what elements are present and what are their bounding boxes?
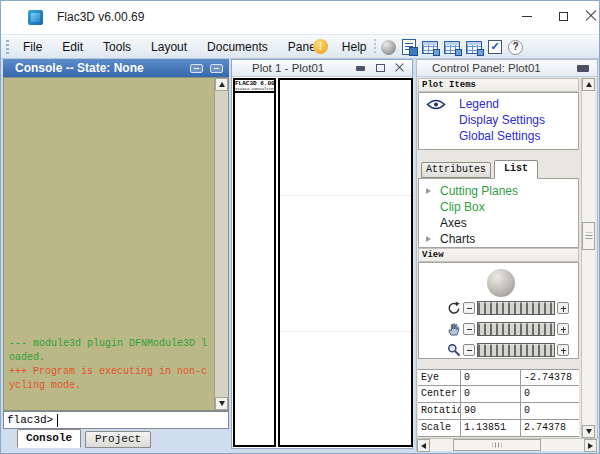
eye-icon[interactable] [426,99,446,110]
plot-legend[interactable]: FLAC3D 6.00 Itasca Consulting Group, Inc… [233,78,276,447]
plot-title: Plot 1 - Plot01 [252,62,324,74]
console-title: Console -- State: None [15,61,144,75]
pan-decrease-button[interactable] [463,323,475,335]
menu-bar: File Edit Tools Layout Documents Panes H… [1,34,599,59]
tab-project[interactable]: Project [85,431,151,448]
scroll-left-button[interactable] [417,439,430,452]
zoom-increase-button[interactable] [557,344,569,356]
console-output[interactable]: --- module3d plugin DFNModule3D l oaded.… [3,77,229,411]
menu-help[interactable]: Help [332,37,377,57]
grid-overlay-icon [455,49,462,56]
maximize-button[interactable] [545,1,581,31]
plot-maximize-button[interactable] [374,63,386,73]
menu-edit[interactable]: Edit [52,37,93,57]
legend-subtitle: Itasca Consulting Group, Inc. [235,87,274,92]
console-input[interactable]: flac3d> [3,411,229,429]
pan-hand-icon[interactable] [447,322,461,336]
arrow-down-icon [219,401,225,406]
plot-item-legend[interactable]: Legend [459,97,499,111]
console-minimize-button[interactable] [190,64,203,73]
plot-close-button[interactable] [394,63,406,73]
menu-tools[interactable]: Tools [93,37,141,57]
scrollbar-thumb[interactable] [582,222,595,250]
scrollbar-thumb[interactable] [453,439,541,451]
tab-console[interactable]: Console [17,429,81,448]
title-bar: Flac3D v6.00.69 [1,1,599,34]
control-panel: Control Panel: Plot01 Plot Items Legend … [416,59,598,451]
pan-slider[interactable] [477,322,555,336]
rotate-icon[interactable] [447,301,461,315]
toolbar-grip[interactable] [6,40,9,54]
control-panel-header[interactable]: Control Panel: Plot01 [417,60,597,77]
console-panel-header[interactable]: Console -- State: None [3,59,229,77]
zoom-icon[interactable] [447,343,461,357]
plot-items-header: Plot Items [418,78,579,92]
help-icon[interactable]: ? [508,40,523,55]
plot-view[interactable] [278,78,413,447]
view-controls [418,262,579,359]
plot-panel-header[interactable]: Plot 1 - Plot01 [232,60,412,77]
menu-file[interactable]: File [13,37,52,57]
toolbar: ✓ ? [381,38,523,56]
table-horizontal-scrollbar[interactable] [417,438,598,451]
menu-layout[interactable]: Layout [141,37,197,57]
eye-x-value[interactable]: 0 [461,370,521,385]
eye-y-value[interactable]: -2.74378 [521,370,579,385]
checkbox-icon[interactable]: ✓ [488,40,502,54]
plot-document-icon[interactable] [402,39,416,55]
tab-list[interactable]: List [494,160,538,179]
plot-items-tree: Cutting Planes Clip Box Axes Charts [418,178,579,248]
trackball-sphere[interactable] [487,269,515,297]
console-panel: Console -- State: None --- module3d plug… [3,59,229,449]
close-icon [585,10,597,22]
scroll-up-button[interactable] [582,78,595,91]
dash-icon [356,66,365,71]
box-icon [376,64,385,72]
scroll-down-button[interactable] [582,425,595,438]
run-sphere-icon[interactable] [381,40,396,55]
expander-icon[interactable] [426,188,431,194]
scroll-down-button[interactable] [215,397,228,410]
row-label: Center [418,386,461,402]
console-tab-bar: Console Project [3,429,229,449]
scale-x-value[interactable]: 1.13851 [461,420,521,436]
menu-documents[interactable]: Documents [197,37,278,57]
plot-item-global-settings[interactable]: Global Settings [459,129,540,143]
console-scrollbar[interactable] [214,78,228,410]
plot-item-display-settings[interactable]: Display Settings [459,113,545,127]
tree-item-clip-box[interactable]: Clip Box [419,199,578,215]
scroll-right-button[interactable] [584,439,597,452]
plot-gridline [280,331,411,332]
control-panel-float-button[interactable] [577,65,589,72]
plot-minimize-button[interactable] [354,63,366,73]
zoom-decrease-button[interactable] [463,344,475,356]
scroll-up-button[interactable] [215,78,228,91]
tree-item-axes[interactable]: Axes [419,215,578,231]
rotate-slider[interactable] [477,301,555,315]
warning-icon[interactable]: ! [313,39,328,54]
tree-item-cutting-planes[interactable]: Cutting Planes [419,183,578,199]
rotate-decrease-button[interactable] [463,302,475,314]
rotation-x-value[interactable]: 90 [461,403,521,419]
console-message: oaded. [9,352,45,363]
rotate-increase-button[interactable] [557,302,569,314]
zoom-slider[interactable] [477,343,555,357]
center-y-value[interactable]: 0 [521,386,579,402]
plot-grid-icon[interactable] [422,41,438,54]
plot-grid-add-icon[interactable] [466,41,482,54]
legend-title: FLAC3D 6.00 [235,80,274,87]
close-button[interactable] [581,1,600,31]
pan-increase-button[interactable] [557,323,569,335]
rotation-y-value[interactable]: 0 [521,403,579,419]
tab-attributes[interactable]: Attributes [421,162,491,178]
expander-icon[interactable] [426,236,431,242]
minimize-button[interactable] [509,1,545,31]
plot-grid-update-icon[interactable] [444,41,460,54]
console-message: --- module3d plugin DFNModule3D l [9,338,207,349]
tree-item-charts[interactable]: Charts [419,231,578,247]
center-x-value[interactable]: 0 [461,386,521,402]
scale-y-value[interactable]: 2.74378 [521,420,579,436]
console-float-button[interactable] [210,64,223,73]
pan-slider-row [419,322,578,336]
control-panel-scrollbar[interactable] [581,78,595,438]
